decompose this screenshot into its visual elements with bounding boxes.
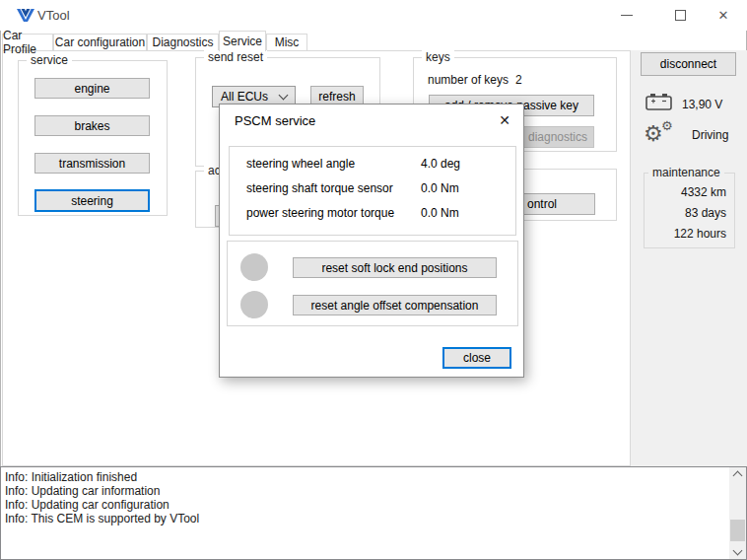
scroll-up-icon	[733, 471, 743, 481]
dialog-title: PSCM service	[235, 113, 315, 128]
tab-car-configuration[interactable]: Car configuration	[53, 34, 147, 50]
chevron-down-icon	[279, 91, 289, 101]
tab-misc[interactable]: Misc	[266, 34, 307, 50]
scrollbar-thumb[interactable]	[730, 520, 745, 541]
engine-button[interactable]: engine	[34, 78, 150, 99]
gear-small-icon: ⚙	[661, 119, 673, 132]
dialog-close-button[interactable]: ✕	[492, 108, 517, 132]
scrollbar-up-button[interactable]	[729, 467, 746, 484]
reading-label: power steering motor torque	[246, 206, 394, 220]
service-group: service engine brakes transmission steer…	[18, 60, 168, 216]
tab-diagnostics[interactable]: Diagnostics	[147, 34, 219, 50]
send-reset-group-label: send reset	[204, 50, 267, 64]
log-scrollbar[interactable]	[729, 467, 746, 559]
gears-icon: ⚙	[644, 123, 663, 145]
window-title: VTool	[37, 8, 70, 23]
tab-car-profile[interactable]: Car Profile	[2, 34, 53, 50]
maintenance-group-label: maintenance	[648, 166, 724, 179]
maintenance-group: maintenance 4332 km 83 days 122 hours	[644, 173, 735, 248]
scroll-down-icon	[733, 546, 743, 556]
reading-value: 0.0 Nm	[421, 206, 459, 220]
reading-value: 4.0 deg	[421, 157, 460, 171]
battery-icon	[645, 93, 672, 110]
reset-panel: reset soft lock end positions reset angl…	[227, 241, 518, 326]
app-window: VTool ✕ Car Profile Car configuration Di…	[0, 0, 747, 560]
log-line: Info: Updating car information	[5, 485, 726, 498]
soft-lock-indicator	[240, 253, 268, 281]
dialog-close-icon: ✕	[499, 112, 510, 128]
log-line: Info: Updating car configuration	[5, 499, 726, 512]
log-panel[interactable]: Info: Initialization finished Info: Upda…	[0, 466, 747, 560]
reset-angle-offset-button[interactable]: reset angle offset compensation	[293, 295, 497, 315]
maintenance-hours: 122 hours	[674, 227, 726, 241]
scrollbar-down-button[interactable]	[729, 542, 746, 559]
pscm-service-dialog: PSCM service ✕ steering wheel angle 4.0 …	[219, 104, 524, 378]
keys-group-label: keys	[422, 50, 454, 64]
maintenance-km: 4332 km	[681, 185, 726, 199]
reading-label: steering wheel angle	[246, 157, 355, 171]
minimize-icon	[621, 15, 633, 16]
reading-value: 0.0 Nm	[421, 181, 459, 195]
dialog-close-action-button[interactable]: close	[442, 347, 511, 369]
ecu-select-value: All ECUs	[221, 90, 268, 104]
transmission-button[interactable]: transmission	[34, 153, 150, 174]
tab-service[interactable]: Service	[219, 31, 266, 51]
angle-offset-indicator	[240, 291, 268, 318]
log-line: Info: Initialization finished	[5, 471, 726, 484]
number-of-keys-label: number of keys	[428, 73, 509, 87]
reading-label: steering shaft torque sensor	[246, 181, 393, 195]
drive-status: Driving	[692, 128, 728, 142]
close-icon: ✕	[718, 9, 729, 22]
title-bar: VTool ✕	[0, 0, 747, 31]
maintenance-days: 83 days	[685, 206, 726, 220]
close-button[interactable]: ✕	[708, 0, 739, 30]
steering-button[interactable]: steering	[34, 189, 150, 212]
minimize-button[interactable]	[611, 0, 643, 30]
log-lines: Info: Initialization finished Info: Upda…	[1, 471, 726, 526]
brakes-button[interactable]: brakes	[34, 115, 150, 136]
reset-soft-lock-button[interactable]: reset soft lock end positions	[293, 257, 497, 278]
disconnect-button[interactable]: disconnect	[641, 52, 736, 76]
maximize-button[interactable]	[664, 0, 696, 30]
maximize-icon	[675, 10, 686, 21]
readings-panel: steering wheel angle 4.0 deg steering sh…	[229, 146, 516, 236]
number-of-keys-value: 2	[515, 73, 522, 87]
right-sidebar: disconnect 13,90 V ⚙ ⚙ Driving maintenan…	[631, 50, 747, 466]
log-line: Info: This CEM is supported by VTool	[5, 513, 726, 525]
battery-voltage: 13,90 V	[682, 98, 722, 111]
vtool-logo-icon	[17, 9, 34, 22]
